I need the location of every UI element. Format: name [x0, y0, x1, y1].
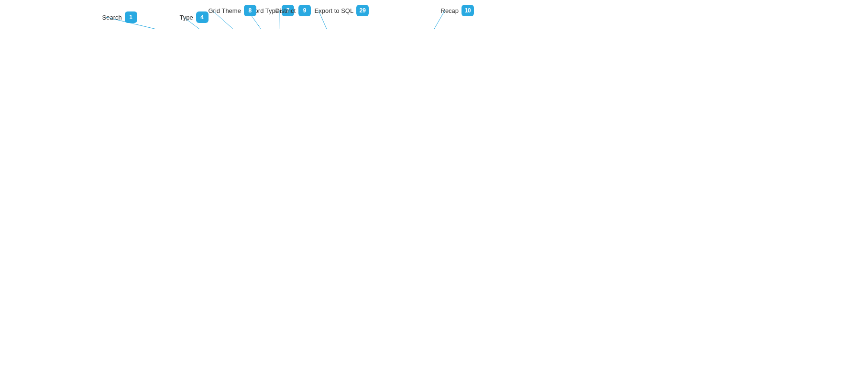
callout-29: Export to SQL29 [312, 5, 369, 16]
callout-4: Type4 [177, 11, 209, 23]
callout-10: Recap10 [438, 5, 474, 16]
callout-9: Distinct9 [273, 5, 311, 16]
callout-1: Search1 [99, 11, 137, 23]
callout-8: Grid Theme8 [206, 5, 256, 16]
